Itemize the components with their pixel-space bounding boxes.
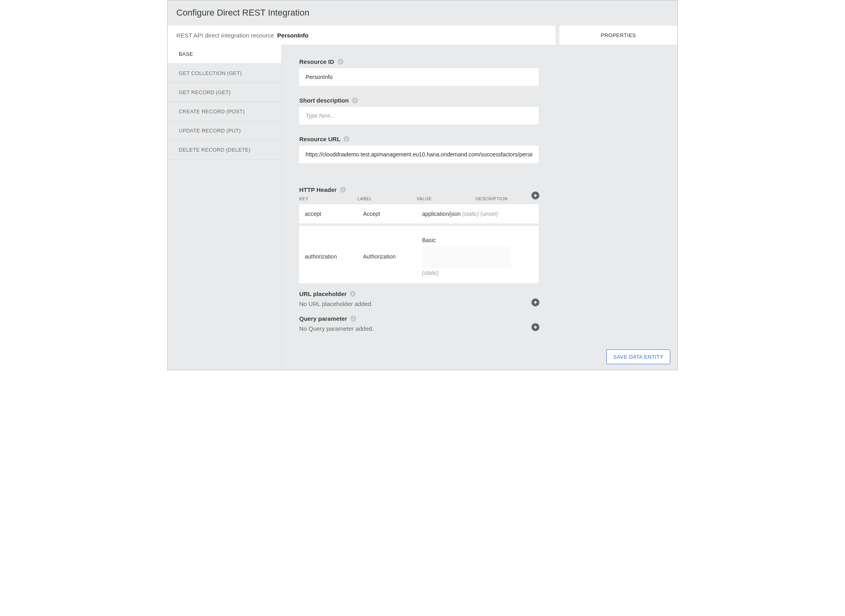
plus-icon xyxy=(533,193,537,197)
info-icon[interactable] xyxy=(340,187,346,193)
info-icon[interactable] xyxy=(338,59,344,65)
header-label: Accept xyxy=(363,211,422,217)
plus-icon xyxy=(533,325,537,329)
header-label: Authorization xyxy=(363,253,422,260)
url-placeholder-label: URL placeholder xyxy=(299,290,539,297)
info-icon[interactable] xyxy=(350,291,356,297)
add-header-button[interactable] xyxy=(531,192,539,199)
http-header-table-head: KEY LABEL VALUE DESCRIPTION xyxy=(299,194,539,204)
add-url-placeholder-button[interactable] xyxy=(531,298,539,306)
header-key: authorization xyxy=(305,253,363,260)
tab-properties[interactable]: PROPERTIES xyxy=(559,26,677,45)
http-header-label: HTTP Header xyxy=(299,186,539,193)
col-label: LABEL xyxy=(357,196,417,201)
url-placeholder-empty: No URL placeholder added. xyxy=(299,300,539,307)
main-panel: Resource ID Short description Resource U… xyxy=(282,45,556,370)
header-value: application/json (static) (unset) xyxy=(422,211,533,217)
body: BASE GET COLLECTION (GET) GET RECORD (GE… xyxy=(168,45,677,370)
resource-url-input[interactable] xyxy=(299,146,539,163)
page-title: Configure Direct REST Integration xyxy=(168,0,677,26)
sidebar-item-create-record[interactable]: CREATE RECORD (POST) xyxy=(168,102,281,121)
tab-resource[interactable]: REST API direct integration resource Per… xyxy=(168,26,556,45)
query-param-label: Query parameter xyxy=(299,315,539,322)
header-row-accept[interactable]: accept Accept application/json (static) … xyxy=(299,204,539,223)
query-param-section: Query parameter No Query parameter added… xyxy=(299,315,539,332)
info-icon[interactable] xyxy=(350,316,356,322)
resource-id-input[interactable] xyxy=(299,68,539,86)
save-data-entity-button[interactable]: SAVE DATA ENTITY xyxy=(606,349,670,364)
header-key: accept xyxy=(305,211,363,217)
short-desc-label: Short description xyxy=(299,97,539,104)
info-icon[interactable] xyxy=(352,97,358,103)
col-desc: DESCRIPTION xyxy=(476,196,539,201)
col-key: KEY xyxy=(299,196,357,201)
tab-resource-label: REST API direct integration resource xyxy=(176,32,274,39)
query-param-empty: No Query parameter added. xyxy=(299,325,539,332)
resource-url-label: Resource URL xyxy=(299,136,539,142)
sidebar-item-update-record[interactable]: UPDATE RECORD (PUT) xyxy=(168,121,281,140)
sidebar-item-base[interactable]: BASE xyxy=(168,45,281,64)
header-row-authorization[interactable]: authorization Authorization Basic (stati… xyxy=(299,226,539,283)
info-icon[interactable] xyxy=(344,136,349,142)
app-window: Configure Direct REST Integration REST A… xyxy=(167,0,678,370)
sidebar-item-get-record[interactable]: GET RECORD (GET) xyxy=(168,83,281,102)
redacted-value xyxy=(422,246,511,268)
col-value: VALUE xyxy=(417,196,476,201)
short-desc-input[interactable] xyxy=(299,107,539,124)
properties-panel xyxy=(556,45,677,370)
sidebar: BASE GET COLLECTION (GET) GET RECORD (GE… xyxy=(168,45,282,370)
add-query-param-button[interactable] xyxy=(531,323,539,331)
header-value: Basic (static) xyxy=(422,237,533,276)
resource-id-label: Resource ID xyxy=(299,58,539,65)
footer: SAVE DATA ENTITY xyxy=(606,349,670,364)
tab-row: REST API direct integration resource Per… xyxy=(168,26,677,45)
plus-icon xyxy=(533,300,537,304)
sidebar-item-delete-record[interactable]: DELETE RECORD (DELETE) xyxy=(168,140,281,160)
tab-resource-value: PersonInfo xyxy=(277,32,308,39)
url-placeholder-section: URL placeholder No URL placeholder added… xyxy=(299,290,539,307)
sidebar-item-get-collection[interactable]: GET COLLECTION (GET) xyxy=(168,64,281,83)
